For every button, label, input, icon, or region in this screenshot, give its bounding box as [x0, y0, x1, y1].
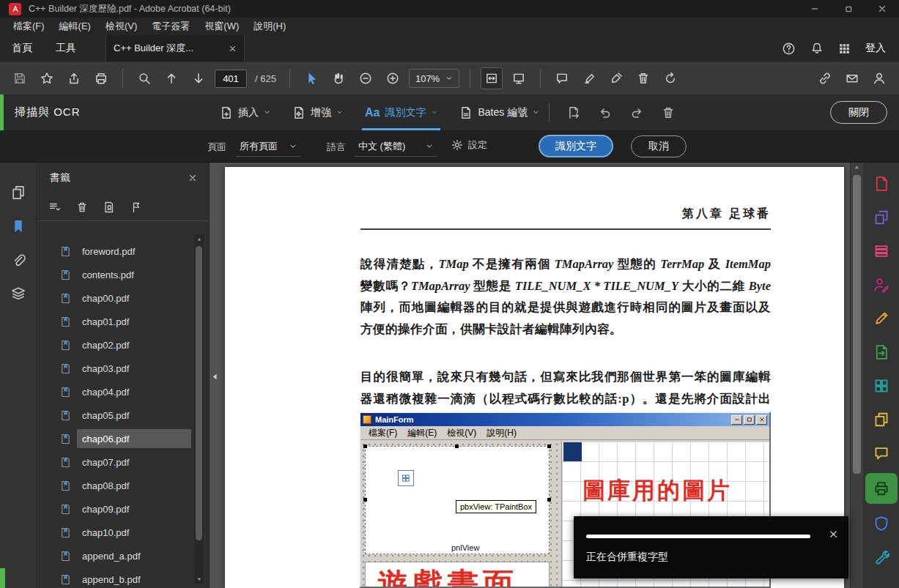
fit-width-icon[interactable] [481, 67, 503, 89]
trash-icon[interactable] [656, 101, 681, 124]
bookmark-item[interactable]: chap05.pdf [37, 403, 191, 427]
maximize-button[interactable] [832, 0, 865, 18]
comment-tool[interactable] [867, 439, 896, 467]
export-page-icon[interactable] [561, 101, 586, 124]
bookmark-item[interactable]: chap03.pdf [37, 357, 191, 380]
bookmark-item[interactable]: contents.pdf [37, 263, 191, 286]
document-scrollbar[interactable] [850, 163, 863, 588]
create-form-tool[interactable] [867, 372, 896, 400]
notifications-bell-icon[interactable] [810, 42, 824, 55]
bookmarks-scrollbar[interactable] [194, 234, 204, 584]
collapse-panel-handle[interactable] [210, 365, 220, 387]
more-tools[interactable] [867, 543, 896, 571]
bookmark-item[interactable]: chap08.pdf [37, 474, 191, 497]
ocr-close-button[interactable]: 關閉 [830, 101, 887, 124]
share-icon[interactable] [63, 67, 85, 89]
layers-panel-button[interactable] [0, 277, 37, 310]
sign-pen-icon[interactable] [605, 67, 627, 89]
bookmark-item[interactable]: chap09.pdf [37, 497, 191, 521]
cancel-button[interactable]: 取消 [631, 135, 687, 157]
page-number-input[interactable] [215, 70, 247, 88]
select-tool-icon[interactable] [300, 67, 322, 89]
account-avatar-icon[interactable] [868, 67, 890, 89]
save-icon[interactable] [9, 67, 31, 89]
bookmark-item[interactable]: append_a.pdf [37, 544, 191, 567]
print-icon[interactable] [90, 67, 112, 89]
locate-bookmark-icon[interactable] [130, 201, 142, 213]
zoom-in-icon[interactable] [382, 67, 404, 89]
previous-page-icon[interactable] [160, 67, 182, 89]
redo-icon[interactable] [624, 101, 649, 124]
bookmark-item[interactable]: chap04.pdf [37, 380, 191, 403]
zoom-out-icon[interactable] [355, 67, 377, 89]
sign-in-button[interactable]: 登入 [865, 42, 886, 55]
page-thumbnails-panel-button[interactable] [0, 176, 37, 209]
scan-ocr-tool[interactable] [865, 473, 898, 504]
tab-home[interactable]: 首頁 [0, 35, 44, 62]
scroll-up-icon[interactable] [194, 234, 204, 244]
close-button[interactable] [865, 0, 899, 18]
ocr-enhance-dropdown[interactable]: 增強 [292, 94, 343, 130]
menu-item[interactable]: 編輯(E) [52, 18, 98, 35]
app-grid-icon[interactable] [838, 42, 851, 55]
bookmark-item[interactable]: chap06.pdf [37, 427, 191, 450]
protect-tool[interactable] [867, 510, 896, 537]
delete-bookmark-icon[interactable] [76, 201, 88, 213]
email-icon[interactable] [841, 67, 863, 89]
undo-icon[interactable] [593, 101, 618, 124]
combine-files-tool[interactable] [867, 204, 896, 231]
fill-sign-tool[interactable] [867, 271, 896, 299]
recognize-text-button[interactable]: 識別文字 [539, 135, 613, 157]
ocr-recognize-text-dropdown[interactable]: Aa 識別文字 [365, 94, 437, 130]
bookmarks-panel-button[interactable] [0, 209, 37, 243]
highlighter-icon[interactable] [578, 67, 600, 89]
tab-tools[interactable]: 工具 [44, 35, 88, 62]
bookmark-item[interactable]: chap01.pdf [37, 310, 191, 333]
bookmark-item[interactable]: chap02.pdf [37, 333, 191, 357]
pages-scope-dropdown[interactable]: 所有頁面 [236, 136, 300, 157]
edit-pdf-tool[interactable] [867, 305, 896, 332]
language-dropdown[interactable]: 中文 (繁體) [355, 136, 437, 157]
bookmarks-panel-close-icon[interactable] [188, 174, 197, 182]
minimize-button[interactable] [798, 0, 832, 18]
bookmark-item[interactable]: chap10.pdf [37, 521, 191, 544]
delete-pages-icon[interactable] [632, 67, 654, 89]
bookmark-item[interactable]: chap00.pdf [37, 286, 191, 310]
zoom-level-dropdown[interactable]: 107% [409, 69, 459, 88]
create-pdf-tool[interactable] [867, 170, 896, 198]
comment-icon[interactable] [551, 67, 573, 89]
ocr-insert-dropdown[interactable]: 插入 [220, 94, 270, 130]
reading-mode-icon[interactable] [508, 67, 530, 89]
rotate-pages-icon[interactable] [659, 67, 681, 89]
export-pdf-tool[interactable] [867, 338, 896, 366]
scroll-down-icon[interactable] [194, 574, 204, 584]
document-tab-close-icon[interactable] [229, 45, 237, 53]
new-bookmark-icon[interactable] [103, 201, 115, 213]
bookmark-item[interactable]: foreword.pdf [37, 239, 191, 263]
search-icon[interactable] [133, 67, 155, 89]
organize-pages-tool[interactable] [867, 237, 896, 265]
bookmark-options-icon[interactable] [48, 201, 61, 213]
toast-close-icon[interactable] [829, 529, 838, 539]
menu-item[interactable]: 檢視(V) [98, 18, 144, 35]
attachments-panel-button[interactable] [0, 243, 37, 277]
menu-item[interactable]: 視窗(W) [197, 18, 246, 35]
ocr-bates-dropdown[interactable]: Bates 編號 [459, 94, 539, 130]
hand-tool-icon[interactable] [328, 67, 349, 89]
document-tab[interactable]: C++ Builder 深度... [106, 35, 245, 62]
link-icon[interactable] [814, 67, 836, 89]
scrollbar-thumb[interactable] [196, 246, 202, 540]
star-favorite-icon[interactable] [36, 67, 58, 89]
help-icon[interactable] [782, 42, 796, 56]
bookmark-item[interactable]: append_b.pdf [37, 567, 191, 588]
duplicate-pages-tool[interactable] [867, 406, 896, 433]
next-page-icon[interactable] [188, 67, 210, 89]
bookmark-item[interactable]: chap07.pdf [37, 450, 191, 474]
scroll-up-icon[interactable] [851, 163, 863, 172]
menu-item[interactable]: 說明(H) [246, 18, 293, 35]
menu-item[interactable]: 電子簽署 [144, 18, 197, 35]
menu-item[interactable]: 檔案(F) [6, 18, 52, 35]
scrollbar-thumb[interactable] [853, 175, 861, 474]
ocr-settings-button[interactable]: 設定 [451, 138, 487, 152]
bookmark-item-partial[interactable] [37, 233, 191, 239]
